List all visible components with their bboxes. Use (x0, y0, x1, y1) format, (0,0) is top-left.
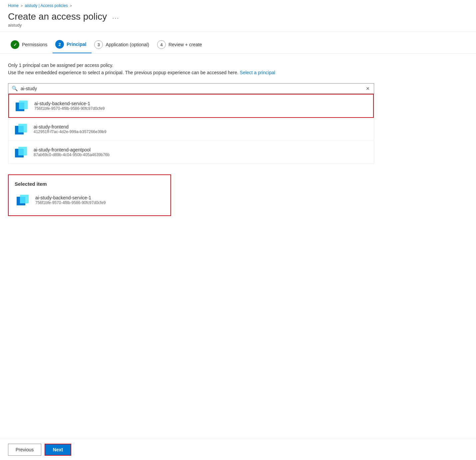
breadcrumb-home[interactable]: Home (8, 3, 19, 8)
result-item-info-0: ai-study-backend-service-1 756f1bfe-9570… (34, 101, 105, 111)
result-item-info-2: ai-study-frontend-agentpool 87ab69c0-d89… (34, 147, 110, 157)
step-4-circle: 4 (157, 40, 166, 49)
result-item-info-1: ai-study-frontend 412951ff-f7ac-4d2e-999… (34, 124, 107, 134)
step-3-circle: 3 (94, 40, 103, 49)
page-header: Create an access policy ... aistudy (0, 10, 476, 32)
step-2-circle: 2 (55, 40, 64, 49)
result-item-id-1: 412951ff-f7ac-4d2e-999a-b357266e39b9 (34, 129, 107, 134)
selected-app-icon (15, 192, 31, 208)
step-1-label: Permissions (22, 42, 47, 47)
result-item-name-2: ai-study-frontend-agentpool (34, 147, 110, 152)
step-review[interactable]: 4 Review + create (154, 38, 207, 53)
footer-bar: Previous Next (0, 439, 476, 460)
selected-item-row: ai-study-backend-service-1 756f1bfe-9570… (15, 192, 162, 208)
step-3-label: Application (optional) (106, 42, 149, 47)
info-line2: Use the new embedded experience to selec… (8, 69, 468, 76)
results-list: ai-study-backend-service-1 756f1bfe-9570… (8, 94, 374, 164)
app-icon-0 (14, 98, 30, 114)
breadcrumb: Home > aistudy | Access policies > (0, 0, 476, 10)
result-item-name-1: ai-study-frontend (34, 124, 107, 129)
breadcrumb-policies[interactable]: aistudy | Access policies (25, 3, 68, 8)
selected-item-name: ai-study-backend-service-1 (35, 195, 106, 200)
result-item-id-0: 756f1bfe-9570-4f8b-9586-90fc97d0cfe9 (34, 106, 105, 111)
selected-panel: Selected item ai-study-backend-service-1… (8, 174, 171, 216)
search-icon: 🔍 (12, 86, 18, 92)
content-area: Only 1 principal can be assigned per acc… (0, 54, 476, 216)
svg-rect-3 (18, 124, 27, 132)
ellipsis-button[interactable]: ... (110, 13, 121, 21)
result-item-1[interactable]: ai-study-frontend 412951ff-f7ac-4d2e-999… (8, 118, 374, 141)
previous-button[interactable]: Previous (8, 444, 41, 456)
result-item-id-2: 87ab69c0-d89b-4c04-950b-405a4639b76b (34, 152, 110, 157)
wizard-steps: ✓ Permissions 2 Principal 3 Application … (0, 32, 476, 53)
step-application[interactable]: 3 Application (optional) (92, 38, 154, 53)
svg-rect-1 (19, 101, 28, 109)
page-title: Create an access policy (8, 11, 107, 22)
breadcrumb-sep2: > (70, 4, 72, 8)
app-icon-1 (13, 121, 29, 137)
step-permissions[interactable]: ✓ Permissions (8, 38, 53, 53)
selected-item-id: 756f1bfe-9570-4f8b-9586-90fc97d0cfe9 (35, 200, 106, 205)
svg-rect-5 (18, 147, 27, 155)
select-principal-link[interactable]: Select a principal (240, 70, 275, 75)
step-principal[interactable]: 2 Principal (53, 37, 92, 53)
result-item-0[interactable]: ai-study-backend-service-1 756f1bfe-9570… (8, 94, 374, 118)
next-button[interactable]: Next (45, 444, 71, 456)
step-2-label: Principal (67, 42, 86, 47)
info-line1: Only 1 principal can be assigned per acc… (8, 62, 468, 69)
result-item-name-0: ai-study-backend-service-1 (34, 101, 105, 106)
svg-rect-7 (20, 195, 29, 203)
breadcrumb-sep1: > (21, 4, 23, 8)
page-subtitle: aistudy (8, 23, 468, 28)
info-text: Only 1 principal can be assigned per acc… (8, 62, 468, 77)
search-input[interactable] (21, 86, 365, 91)
selected-item-info: ai-study-backend-service-1 756f1bfe-9570… (35, 195, 106, 205)
step-1-circle: ✓ (11, 40, 19, 49)
result-item-2[interactable]: ai-study-frontend-agentpool 87ab69c0-d89… (8, 141, 374, 163)
search-clear-button[interactable]: ✕ (365, 86, 370, 91)
app-icon-2 (13, 144, 29, 160)
step-4-label: Review + create (168, 42, 202, 47)
search-box: 🔍 ✕ (8, 83, 374, 94)
selected-panel-title: Selected item (15, 181, 162, 187)
